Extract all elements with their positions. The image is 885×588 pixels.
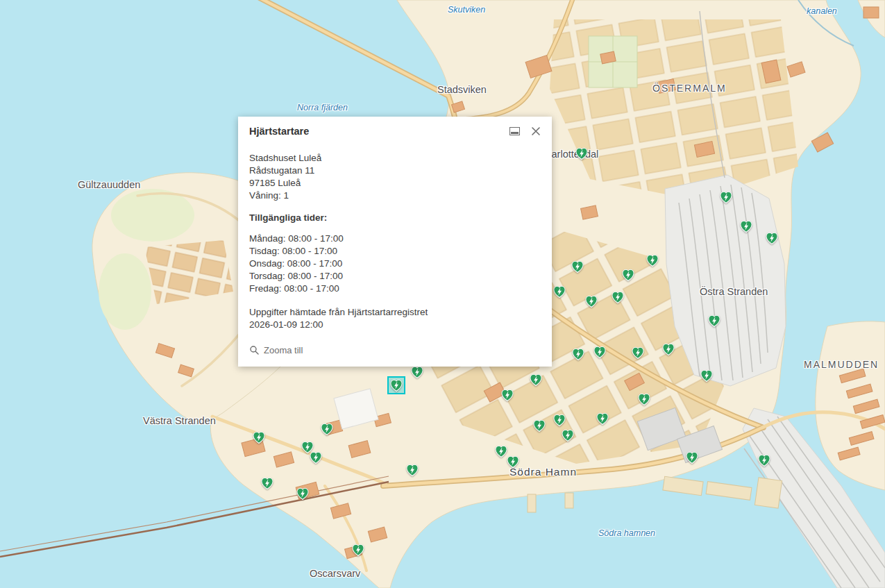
heart-defibrillator-icon (621, 267, 636, 283)
heart-defibrillator-icon (308, 450, 323, 465)
heart-defibrillator-icon (500, 387, 515, 403)
heart-defibrillator-icon (552, 284, 567, 299)
heart-defibrillator-icon (764, 230, 779, 246)
heart-defibrillator-icon (645, 253, 660, 268)
defibrillator-marker[interactable] (552, 284, 567, 299)
location-name: Stadshuset Luleå (249, 152, 541, 165)
defibrillator-marker[interactable] (699, 368, 714, 383)
heart-defibrillator-icon (319, 421, 335, 437)
defibrillator-marker[interactable] (757, 453, 772, 468)
hours-tuesday: Tisdag: 08:00 - 17:00 (249, 245, 541, 258)
map-canvas[interactable]: SkutvikenkanalenNorra fjärdenStadsvikenÖ… (0, 0, 885, 588)
defibrillator-marker[interactable] (610, 289, 625, 305)
defibrillator-marker[interactable] (528, 372, 543, 387)
defibrillator-marker[interactable] (505, 454, 521, 469)
hours-heading: Tillgängliga tider: (249, 212, 541, 224)
defibrillator-marker[interactable] (621, 267, 636, 283)
heart-defibrillator-icon (684, 450, 700, 465)
defibrillator-marker[interactable] (405, 462, 420, 478)
zoom-to-button[interactable]: Zooma till (238, 344, 314, 367)
defibrillator-marker[interactable] (637, 392, 652, 407)
defibrillator-marker[interactable] (319, 421, 335, 437)
heart-defibrillator-icon (595, 411, 610, 426)
heart-defibrillator-icon (739, 219, 754, 234)
defibrillator-marker[interactable] (351, 542, 366, 557)
defibrillator-marker[interactable] (295, 486, 310, 501)
heart-defibrillator-icon (389, 378, 404, 393)
postal-city: 97185 Luleå (249, 177, 541, 190)
heart-defibrillator-icon (637, 392, 652, 407)
defibrillator-marker[interactable] (308, 450, 323, 465)
source-note: Uppgifter hämtade från Hjärtstartarregis… (249, 306, 541, 319)
defibrillator-marker[interactable] (251, 430, 267, 445)
defibrillator-marker[interactable] (595, 411, 610, 426)
hours-monday: Måndag: 08:00 - 17:00 (249, 233, 541, 245)
defibrillator-marker[interactable] (645, 253, 660, 268)
defibrillator-marker[interactable] (684, 450, 700, 465)
heart-defibrillator-icon (610, 289, 625, 305)
heart-defibrillator-icon (661, 342, 676, 357)
popup-title: Hjärtstartare (249, 126, 309, 137)
defibrillator-marker[interactable] (630, 345, 646, 360)
hours-friday: Fredag: 08:00 - 17:00 (249, 283, 541, 295)
defibrillator-marker[interactable] (574, 146, 589, 161)
heart-defibrillator-icon (532, 418, 547, 433)
defibrillator-marker[interactable] (552, 412, 567, 428)
dock-icon[interactable] (509, 127, 520, 135)
close-icon[interactable] (531, 126, 541, 136)
defibrillator-marker[interactable] (718, 190, 734, 205)
heart-defibrillator-icon (552, 412, 567, 428)
heart-defibrillator-icon (295, 486, 310, 501)
hours-thursday: Torsdag: 08:00 - 17:00 (249, 270, 541, 283)
heart-defibrillator-icon (570, 259, 585, 274)
heart-defibrillator-icon (260, 476, 275, 491)
defibrillator-marker[interactable] (260, 476, 275, 491)
defibrillator-marker[interactable] (592, 344, 607, 360)
heart-defibrillator-icon (505, 454, 521, 469)
heart-defibrillator-icon (405, 462, 420, 478)
defibrillator-marker[interactable] (707, 313, 722, 328)
heart-defibrillator-icon (574, 146, 589, 161)
heart-defibrillator-icon (528, 372, 543, 387)
defibrillator-marker[interactable] (764, 230, 779, 246)
defibrillator-popup: Hjärtstartare Stadshuset Luleå Rådstugat… (238, 117, 552, 367)
heart-defibrillator-icon (707, 313, 722, 328)
heart-defibrillator-icon (251, 430, 267, 445)
defibrillator-marker[interactable] (571, 346, 586, 362)
heart-defibrillator-icon (351, 542, 366, 557)
defibrillator-marker[interactable] (500, 387, 515, 403)
defibrillator-marker[interactable] (570, 259, 585, 274)
defibrillator-marker[interactable] (410, 364, 425, 380)
street-address: Rådstugatan 11 (249, 165, 541, 177)
popup-header: Hjärtstartare (238, 117, 552, 142)
heart-defibrillator-icon (410, 364, 425, 380)
defibrillator-marker[interactable] (584, 294, 599, 309)
zoom-to-icon (249, 345, 260, 355)
selected-defibrillator-marker[interactable] (387, 376, 405, 394)
popup-body: Stadshuset Luleå Rådstugatan 11 97185 Lu… (238, 142, 552, 331)
heart-defibrillator-icon (757, 453, 772, 468)
heart-defibrillator-icon (584, 294, 599, 309)
heart-defibrillator-icon (630, 345, 646, 360)
hours-wednesday: Onsdag: 08:00 - 17:00 (249, 258, 541, 270)
floor: Våning: 1 (249, 190, 541, 202)
heart-defibrillator-icon (699, 368, 714, 383)
popup-actions (509, 126, 541, 136)
defibrillator-marker[interactable] (532, 418, 547, 433)
heart-defibrillator-icon (592, 344, 607, 360)
zoom-to-label: Zooma till (264, 345, 303, 355)
heart-defibrillator-icon (718, 190, 734, 205)
heart-defibrillator-icon (571, 346, 586, 362)
defibrillator-marker[interactable] (661, 342, 676, 357)
defibrillator-marker[interactable] (739, 219, 754, 234)
heart-defibrillator-icon (560, 428, 575, 443)
source-timestamp: 2026-01-09 12:00 (249, 319, 541, 331)
defibrillator-marker[interactable] (560, 428, 575, 443)
